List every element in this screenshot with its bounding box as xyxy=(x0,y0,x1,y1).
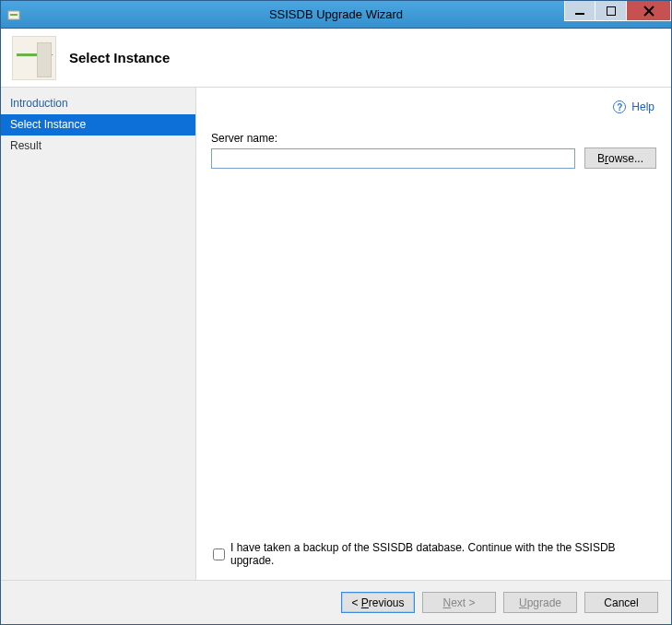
help-link[interactable]: ? Help xyxy=(613,100,654,113)
titlebar: SSISDB Upgrade Wizard xyxy=(1,1,671,29)
wizard-step-icon xyxy=(12,36,56,80)
svg-rect-1 xyxy=(10,14,18,16)
next-button[interactable]: Next > xyxy=(422,592,496,613)
wizard-steps-sidebar: Introduction Select Instance Result xyxy=(1,88,196,580)
backup-checkbox-label: I have taken a backup of the SSISDB data… xyxy=(230,541,654,567)
wizard-content: ? Help Server name: Browse... I have tak… xyxy=(196,88,671,580)
server-name-row: Browse... xyxy=(211,147,656,169)
help-label: Help xyxy=(631,100,654,113)
upgrade-button[interactable]: Upgrade xyxy=(503,592,577,613)
maximize-button[interactable] xyxy=(595,1,627,21)
app-icon xyxy=(6,7,21,22)
svg-rect-2 xyxy=(575,13,584,15)
wizard-footer: < Previous Next > Upgrade Cancel xyxy=(1,580,671,624)
previous-button[interactable]: < Previous xyxy=(341,592,415,613)
svg-rect-3 xyxy=(607,6,616,16)
wizard-body: Introduction Select Instance Result ? He… xyxy=(1,88,671,580)
server-name-input[interactable] xyxy=(211,148,575,169)
sidebar-item-select-instance[interactable]: Select Instance xyxy=(1,114,195,136)
cancel-button[interactable]: Cancel xyxy=(584,592,658,613)
server-name-label: Server name: xyxy=(211,132,656,145)
window-controls xyxy=(564,1,671,28)
help-icon: ? xyxy=(613,100,626,113)
sidebar-item-introduction[interactable]: Introduction xyxy=(1,93,195,114)
close-button[interactable] xyxy=(627,1,671,21)
backup-checkbox[interactable] xyxy=(213,548,225,560)
wizard-header: Select Instance xyxy=(1,29,671,88)
sidebar-item-result[interactable]: Result xyxy=(1,136,195,157)
minimize-button[interactable] xyxy=(564,1,595,21)
page-title: Select Instance xyxy=(69,50,170,65)
backup-checkbox-row: I have taken a backup of the SSISDB data… xyxy=(213,541,654,567)
browse-button[interactable]: Browse... xyxy=(584,147,656,169)
